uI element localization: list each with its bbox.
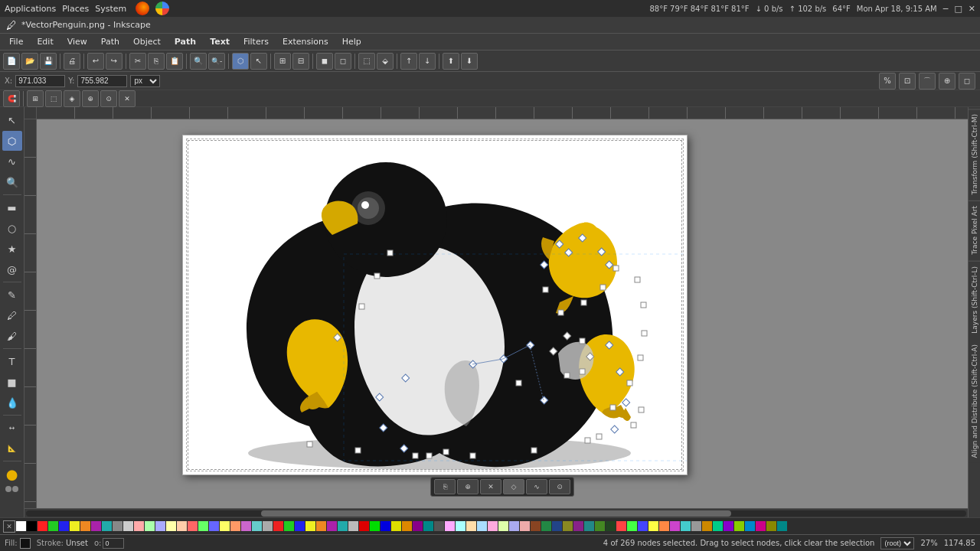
pencil-tool[interactable]: ✎ xyxy=(2,285,22,305)
fill-swatch[interactable] xyxy=(20,538,31,549)
color-swatch[interactable] xyxy=(177,521,187,531)
color-swatch[interactable] xyxy=(638,521,648,531)
menu-filters[interactable]: Filters xyxy=(237,35,275,48)
delete-segment-btn[interactable]: ✕ xyxy=(480,479,501,494)
snap-toggle[interactable]: % xyxy=(879,73,896,90)
color-swatch[interactable] xyxy=(659,521,669,531)
color-swatch[interactable] xyxy=(616,521,626,531)
unit-select[interactable]: pxmmcmin xyxy=(130,75,160,87)
color-swatch[interactable] xyxy=(252,521,262,531)
color-swatch[interactable] xyxy=(606,521,616,531)
undo-btn[interactable]: ↩ xyxy=(87,53,104,70)
color-swatch[interactable] xyxy=(488,521,498,531)
color-swatch[interactable] xyxy=(80,521,90,531)
snap-node2[interactable]: ◈ xyxy=(64,90,80,107)
x-input[interactable] xyxy=(15,75,65,87)
show-handles[interactable]: ⊕ xyxy=(939,73,956,90)
window-minimize[interactable]: ─ xyxy=(943,4,949,14)
menu-object[interactable]: Object xyxy=(127,35,167,48)
app-system[interactable]: System xyxy=(95,4,126,14)
color-swatch[interactable] xyxy=(541,521,551,531)
snap-grid[interactable]: ⊞ xyxy=(27,90,44,107)
color-swatch[interactable] xyxy=(198,521,208,531)
color-swatch[interactable] xyxy=(563,521,573,531)
color-swatch[interactable] xyxy=(466,521,476,531)
color-swatch[interactable] xyxy=(38,521,47,531)
import-btn[interactable]: ⬇ xyxy=(461,53,478,70)
select-tool[interactable]: ↖ xyxy=(2,110,22,130)
color-swatch[interactable] xyxy=(348,521,358,531)
color-swatch[interactable] xyxy=(648,521,658,531)
color-swatch[interactable] xyxy=(134,521,144,531)
color-swatch[interactable] xyxy=(166,521,176,531)
color-swatch[interactable] xyxy=(691,521,701,531)
color-swatch[interactable] xyxy=(745,521,755,531)
connect-tool[interactable]: ↔ xyxy=(2,418,22,438)
group-btn[interactable]: ⬚ xyxy=(358,53,375,70)
color-swatch[interactable] xyxy=(456,521,466,531)
show-outline[interactable]: ◻ xyxy=(959,73,975,90)
color-swatch[interactable] xyxy=(123,521,133,531)
color-swatch[interactable] xyxy=(423,521,433,531)
menu-extensions[interactable]: Extensions xyxy=(276,35,335,48)
align-panel-tab[interactable]: Align and Distribute (Shift-Ctrl-A) xyxy=(969,340,980,462)
color-swatch[interactable] xyxy=(230,521,240,531)
color-swatch[interactable] xyxy=(552,521,562,531)
color-swatch[interactable] xyxy=(305,521,315,531)
color-swatch[interactable] xyxy=(509,521,519,531)
color-picker[interactable]: ● xyxy=(2,464,22,484)
align-btn[interactable]: ⊞ xyxy=(274,53,291,70)
save-btn[interactable]: 💾 xyxy=(40,53,57,70)
color-swatch[interactable] xyxy=(59,521,69,531)
layers-panel-tab[interactable]: Layers (Shift-Ctrl-L) xyxy=(969,261,980,338)
layer-select[interactable]: (root) xyxy=(880,537,914,549)
cut-btn[interactable]: ✂ xyxy=(129,53,146,70)
color-swatch[interactable] xyxy=(316,521,326,531)
menu-text[interactable]: Text xyxy=(204,35,236,48)
snap-bb[interactable]: ⬚ xyxy=(45,90,62,107)
redo-btn[interactable]: ↪ xyxy=(106,53,122,70)
copy-btn[interactable]: ⎘ xyxy=(148,53,165,70)
color-swatch[interactable] xyxy=(702,521,712,531)
dist-btn[interactable]: ⊟ xyxy=(292,53,309,70)
node-tool[interactable]: ⬡ xyxy=(2,131,22,151)
color-swatch[interactable] xyxy=(27,521,37,531)
color-swatch[interactable] xyxy=(338,521,348,531)
star-tool[interactable]: ★ xyxy=(2,239,22,259)
color-swatch[interactable] xyxy=(273,521,283,531)
color-swatch[interactable] xyxy=(102,521,112,531)
color-swatch[interactable] xyxy=(627,521,637,531)
firefox-icon[interactable] xyxy=(136,2,149,15)
menu-file[interactable]: File xyxy=(3,35,29,48)
color-swatch[interactable] xyxy=(370,521,380,531)
snap-intersect[interactable]: ✕ xyxy=(119,90,136,107)
app-places[interactable]: Places xyxy=(62,4,89,14)
color-swatch[interactable] xyxy=(766,521,776,531)
horizontal-scrollbar[interactable] xyxy=(24,508,968,517)
zoom-out-btn[interactable]: 🔍- xyxy=(208,53,225,70)
spiral-tool[interactable]: @ xyxy=(2,259,22,279)
color-swatch[interactable] xyxy=(113,521,122,531)
text-tool[interactable]: T xyxy=(2,351,22,371)
node-btn[interactable]: ⬡ xyxy=(232,53,249,70)
color-swatch[interactable] xyxy=(724,521,733,531)
menu-help[interactable]: Help xyxy=(336,35,368,48)
color-swatch[interactable] xyxy=(777,521,787,531)
color-swatch[interactable] xyxy=(434,521,444,531)
snap-nodes[interactable]: ⊡ xyxy=(899,73,916,90)
zoom-in-btn[interactable]: 🔍 xyxy=(190,53,207,70)
color-swatch[interactable] xyxy=(241,521,251,531)
color-swatch[interactable] xyxy=(220,521,230,531)
menu-edit[interactable]: Edit xyxy=(31,35,59,48)
snap-mid[interactable]: ⊕ xyxy=(82,90,99,107)
canvas-area[interactable]: ⎘ ⊕ ✕ ◇ ∿ ⊙ xyxy=(37,119,968,508)
opacity-input[interactable] xyxy=(103,538,124,549)
join-nodes-btn[interactable]: ⊕ xyxy=(457,479,479,494)
open-btn[interactable]: 📂 xyxy=(21,53,38,70)
color-swatch[interactable] xyxy=(520,521,530,531)
transform-panel-tab[interactable]: Transform (Shift-Ctrl-M) xyxy=(969,109,980,199)
color-swatch[interactable] xyxy=(477,521,487,531)
paste-btn[interactable]: 📋 xyxy=(166,53,183,70)
color-swatch[interactable] xyxy=(681,521,691,531)
color-swatch[interactable] xyxy=(209,521,219,531)
